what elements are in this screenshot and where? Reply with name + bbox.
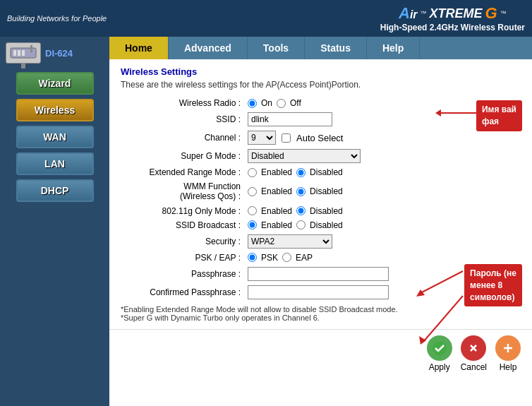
brand-dlink: Air	[399, 4, 418, 23]
wmm-label: WMM Function(Wireless Qos) :	[121, 181, 248, 202]
brand-subtitle: High-Speed 2.4GHz Wireless Router	[380, 23, 525, 32]
wmm-enabled[interactable]	[248, 187, 257, 196]
extended-range-disabled[interactable]	[296, 168, 306, 177]
lan-button[interactable]: LAN	[16, 153, 94, 175]
main-layout: DI-624 Wizard Wireless WAN LAN DHCP Home…	[0, 37, 532, 406]
eap-radio[interactable]	[282, 253, 291, 262]
confirmed-passphrase-label: Confirmed Passphrase :	[121, 287, 248, 297]
device-icon	[6, 42, 41, 64]
passphrase-control	[248, 267, 389, 281]
mode-80211g-disabled-label: Disabled	[310, 206, 343, 216]
auto-select-checkbox[interactable]	[282, 133, 291, 143]
callout-ssid-box: Имя вайфая	[476, 100, 522, 131]
brand-logo: Air ™ XTREME G ™ High-Speed 2.4GHz Wirel…	[380, 4, 525, 32]
wireless-radio-on[interactable]	[248, 99, 257, 108]
tab-status[interactable]: Status	[305, 37, 367, 59]
psk-label: PSK	[261, 253, 278, 263]
callout-security-box: Пароль (неменее 8символов)	[464, 264, 522, 306]
channel-select[interactable]: 91234 56781011	[248, 131, 276, 145]
brand-xtreme: XTREME	[430, 6, 483, 21]
ssid-broadcast-disabled-label: Disabled	[310, 220, 343, 230]
security-label: Security :	[121, 237, 248, 246]
mode-80211g-enabled[interactable]	[248, 206, 257, 215]
wireless-radio-label: Wireless Radio :	[121, 98, 248, 108]
ssid-control	[248, 112, 332, 126]
ssid-input[interactable]	[248, 112, 332, 126]
extended-range-disabled-label: Disabled	[310, 167, 343, 177]
wmm-row: WMM Function(Wireless Qos) : Enabled Dis…	[121, 181, 521, 202]
channel-control: 91234 56781011 Auto Select	[248, 131, 344, 145]
ssid-broadcast-label: SSID Broadcast :	[121, 220, 248, 230]
super-g-control: Disabled Super G without Turbo Super G w…	[248, 149, 361, 163]
apply-label: Apply	[429, 362, 450, 372]
passphrase-input[interactable]	[248, 267, 389, 281]
wmm-disabled-label: Disabled	[310, 186, 343, 196]
router-svg	[9, 45, 37, 61]
mode-80211g-row: 802.11g Only Mode : Enabled Disabled	[121, 206, 521, 216]
extended-range-control: Enabled Disabled	[248, 167, 343, 177]
extended-range-row: Extended Range Mode : Enabled Disabled	[121, 167, 521, 177]
extended-range-label: Extended Range Mode :	[121, 167, 248, 177]
help-label: Help	[500, 362, 517, 372]
security-control: NoneWEPWPAWPA2	[248, 234, 332, 249]
tab-home[interactable]: Home	[109, 37, 169, 59]
help-button[interactable]: Help	[495, 335, 521, 372]
confirmed-passphrase-control	[248, 285, 389, 299]
plus-icon	[500, 340, 516, 356]
wireless-radio-off-label: Off	[290, 98, 301, 108]
wmm-disabled[interactable]	[296, 187, 306, 196]
sidebar: DI-624 Wizard Wireless WAN LAN DHCP	[0, 37, 109, 406]
cancel-label: Cancel	[461, 362, 487, 372]
svg-rect-4	[30, 45, 32, 52]
ssid-broadcast-disabled[interactable]	[296, 220, 306, 229]
auto-select-label: Auto Select	[296, 133, 344, 143]
ssid-broadcast-control: Enabled Disabled	[248, 220, 343, 230]
svg-line-9	[423, 296, 463, 342]
tab-help[interactable]: Help	[367, 37, 420, 59]
bottom-action-bar: Apply Cancel Help	[109, 329, 532, 378]
mode-80211g-control: Enabled Disabled	[248, 206, 343, 216]
extended-range-enabled-label: Enabled	[261, 167, 292, 177]
psk-radio[interactable]	[248, 253, 257, 262]
psk-eap-row: PSK / EAP : PSK EAP	[121, 253, 521, 263]
nav-tabs: Home Advanced Tools Status Help	[109, 37, 532, 59]
callout-security-text: Пароль (неменее 8символов)	[464, 264, 522, 306]
svg-rect-2	[18, 50, 20, 56]
page-content: Wireless Settings These are the wireless…	[109, 59, 532, 329]
confirmed-passphrase-input[interactable]	[248, 285, 389, 299]
wmm-control: Enabled Disabled	[248, 186, 343, 196]
wizard-button[interactable]: Wizard	[16, 72, 94, 95]
mode-80211g-disabled[interactable]	[296, 206, 306, 215]
security-select[interactable]: NoneWEPWPAWPA2	[248, 234, 332, 249]
wireless-radio-on-label: On	[261, 98, 272, 108]
ssid-broadcast-enabled-label: Enabled	[261, 220, 292, 230]
svg-marker-6	[435, 109, 441, 117]
callout-ssid-arrow	[435, 106, 478, 120]
wan-button[interactable]: WAN	[16, 126, 94, 148]
header-tagline: Building Networks for People	[7, 14, 107, 23]
dhcp-button[interactable]: DHCP	[16, 179, 94, 202]
ssid-broadcast-row: SSID Broadcast : Enabled Disabled	[121, 220, 521, 230]
mode-80211g-enabled-label: Enabled	[261, 206, 292, 216]
header: Building Networks for People Air ™ XTREM…	[0, 0, 532, 37]
super-g-row: Super G Mode : Disabled Super G without …	[121, 149, 521, 163]
device-model-label: DI-624	[45, 48, 73, 59]
ssid-broadcast-enabled[interactable]	[248, 220, 257, 229]
wireless-radio-control: On Off	[248, 98, 301, 108]
wireless-button[interactable]: Wireless	[16, 99, 94, 121]
device-info: DI-624	[6, 42, 104, 64]
psk-eap-control: PSK EAP	[248, 253, 313, 263]
extended-range-enabled[interactable]	[248, 168, 257, 177]
passphrase-label: Passphrase :	[121, 269, 248, 279]
help-icon	[495, 335, 521, 361]
svg-rect-3	[22, 50, 25, 56]
tab-tools[interactable]: Tools	[248, 37, 305, 59]
tab-advanced[interactable]: Advanced	[169, 37, 248, 59]
wireless-radio-off[interactable]	[277, 99, 286, 108]
svg-line-7	[419, 271, 463, 294]
channel-label: Channel :	[121, 133, 248, 143]
psk-eap-label: PSK / EAP :	[121, 253, 248, 263]
super-g-select[interactable]: Disabled Super G without Turbo Super G w…	[248, 149, 361, 163]
content-area: Home Advanced Tools Status Help Wireless…	[109, 37, 532, 406]
page-title: Wireless Settings	[121, 66, 521, 77]
